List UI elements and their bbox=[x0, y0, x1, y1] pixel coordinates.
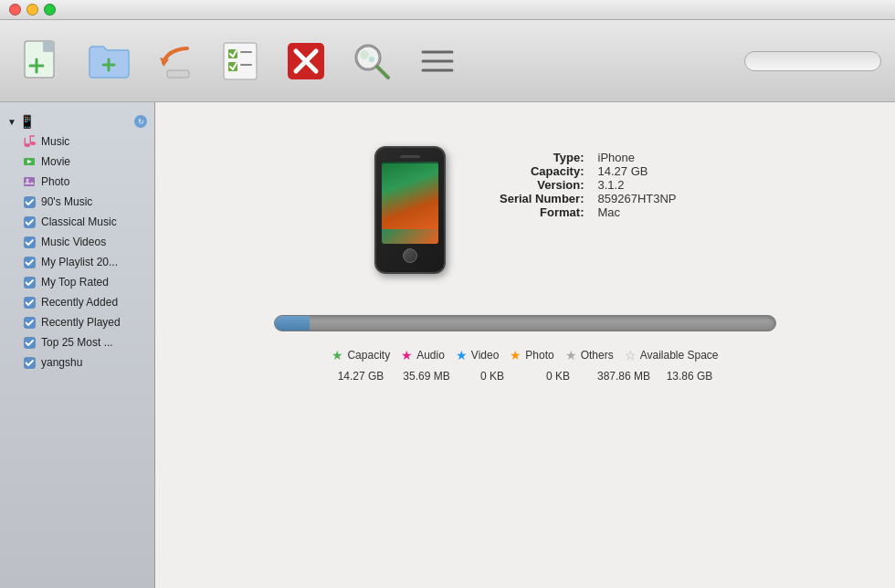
storage-value: 387.86 MB bbox=[596, 370, 651, 383]
legend-label: Video bbox=[471, 349, 499, 362]
add-file-button[interactable] bbox=[14, 32, 72, 90]
svg-rect-1 bbox=[43, 41, 54, 52]
svg-rect-31 bbox=[30, 136, 32, 144]
storage-values: 14.27 GB35.69 MB0 KB0 KB387.86 MB13.86 G… bbox=[274, 370, 776, 383]
sidebar-item[interactable]: 90's Music bbox=[0, 192, 154, 212]
detail-label: Type: bbox=[493, 151, 584, 164]
sidebar-item-icon bbox=[22, 275, 37, 289]
detail-label: Capacity: bbox=[493, 164, 584, 178]
window-controls[interactable] bbox=[9, 4, 56, 16]
sidebar: ▼ 📱 ↻ MusicMoviePhoto90's MusicClassical… bbox=[0, 102, 155, 588]
iphone-speaker bbox=[400, 155, 420, 158]
detail-value: iPhone bbox=[598, 151, 635, 164]
add-folder-button[interactable] bbox=[79, 32, 138, 90]
legend-item: ☆Available Space bbox=[625, 348, 719, 362]
sidebar-item[interactable]: yangshu bbox=[0, 352, 154, 373]
legend-label: Audio bbox=[416, 349, 445, 362]
sidebar-item-label: Top 25 Most ... bbox=[41, 336, 113, 349]
delete-button[interactable] bbox=[277, 32, 335, 90]
sidebar-item[interactable]: Classical Music bbox=[0, 212, 154, 232]
iphone-icon: 📱 bbox=[19, 114, 35, 129]
sidebar-item-icon bbox=[22, 235, 37, 249]
expand-arrow: ▼ bbox=[7, 117, 16, 127]
iphone-home-button bbox=[403, 248, 417, 263]
sidebar-item-icon bbox=[22, 355, 37, 370]
sidebar-item-icon bbox=[22, 134, 37, 149]
storage-value: 14.27 GB bbox=[333, 370, 388, 383]
storage-legend: ★Capacity★Audio★Video★Photo★Others☆Avail… bbox=[274, 348, 776, 362]
sidebar-item-icon bbox=[22, 335, 37, 350]
svg-rect-36 bbox=[24, 177, 35, 186]
storage-value: 0 KB bbox=[465, 370, 520, 383]
storage-value: 13.86 GB bbox=[662, 370, 717, 383]
list-view-button[interactable] bbox=[408, 32, 467, 90]
sidebar-item[interactable]: Top 25 Most ... bbox=[0, 332, 154, 352]
legend-star: ☆ bbox=[625, 348, 637, 362]
sidebar-item-label: yangshu bbox=[41, 356, 82, 369]
legend-item: ★Others bbox=[565, 348, 614, 362]
sidebar-item[interactable]: Recently Played bbox=[0, 312, 154, 332]
detail-label: Version: bbox=[493, 178, 584, 192]
svg-point-24 bbox=[369, 57, 374, 62]
legend-star: ★ bbox=[332, 348, 343, 362]
search-input[interactable] bbox=[744, 51, 881, 71]
transfer-button[interactable] bbox=[145, 32, 204, 90]
legend-star: ★ bbox=[565, 348, 577, 362]
storage-bar bbox=[274, 315, 776, 331]
sidebar-item-label: Recently Played bbox=[41, 316, 121, 329]
close-button[interactable] bbox=[9, 4, 21, 16]
maximize-button[interactable] bbox=[44, 4, 56, 16]
sidebar-item-label: Music bbox=[41, 135, 69, 148]
sidebar-item-label: Classical Music bbox=[41, 215, 117, 228]
sidebar-item-icon bbox=[22, 255, 37, 269]
detail-row: Type:iPhone bbox=[493, 151, 677, 164]
sidebar-item-icon bbox=[22, 315, 37, 330]
sidebar-item[interactable]: Movie bbox=[0, 152, 154, 172]
legend-item: ★Video bbox=[456, 348, 499, 362]
sidebar-item-icon bbox=[22, 295, 37, 310]
svg-rect-32 bbox=[25, 138, 26, 146]
sidebar-item-icon bbox=[22, 174, 37, 189]
sidebar-item[interactable]: Music bbox=[0, 131, 154, 152]
svg-marker-6 bbox=[160, 58, 169, 67]
legend-item: ★Capacity bbox=[332, 348, 390, 362]
sidebar-item-label: Music Videos bbox=[41, 236, 106, 248]
minimize-button[interactable] bbox=[26, 4, 38, 16]
sidebar-item-label: My Playlist 20... bbox=[41, 256, 118, 268]
detail-label: Serial Number: bbox=[493, 192, 584, 205]
sidebar-item[interactable]: Photo bbox=[0, 172, 154, 192]
detail-row: Version:3.1.2 bbox=[493, 178, 677, 192]
detail-row: Capacity:14.27 GB bbox=[493, 164, 677, 178]
detail-row: Serial Number:859267HT3NP bbox=[493, 192, 677, 205]
sync-icon: ↻ bbox=[134, 115, 147, 128]
sidebar-header bbox=[0, 102, 154, 111]
sidebar-device[interactable]: ▼ 📱 ↻ bbox=[0, 111, 154, 131]
legend-label: Available Space bbox=[640, 349, 719, 362]
detail-value: 859267HT3NP bbox=[598, 192, 677, 205]
sidebar-item[interactable]: Recently Added bbox=[0, 292, 154, 312]
legend-label: Photo bbox=[525, 349, 553, 362]
search-media-button[interactable] bbox=[342, 32, 401, 90]
svg-point-23 bbox=[360, 50, 369, 59]
legend-item: ★Audio bbox=[401, 348, 445, 362]
sidebar-item[interactable]: Music Videos bbox=[0, 232, 154, 252]
sidebar-item[interactable]: My Top Rated bbox=[0, 272, 154, 292]
detail-value: Mac bbox=[598, 205, 621, 219]
sidebar-item-label: Photo bbox=[41, 175, 69, 188]
title-bar bbox=[0, 0, 895, 20]
iphone-screen bbox=[382, 162, 438, 244]
sidebar-item[interactable]: My Playlist 20... bbox=[0, 252, 154, 272]
device-info-section: Type:iPhoneCapacity:14.27 GBVersion:3.1.… bbox=[374, 146, 677, 274]
storage-section: ★Capacity★Audio★Video★Photo★Others☆Avail… bbox=[274, 315, 776, 383]
sidebar-items-container: MusicMoviePhoto90's MusicClassical Music… bbox=[0, 131, 154, 373]
storage-bar-fill bbox=[275, 316, 310, 331]
detail-value: 14.27 GB bbox=[598, 164, 648, 178]
select-all-button[interactable] bbox=[211, 32, 269, 90]
legend-star: ★ bbox=[510, 348, 521, 362]
sidebar-item-icon bbox=[22, 215, 37, 229]
storage-value: 0 KB bbox=[531, 370, 585, 383]
detail-label: Format: bbox=[493, 205, 584, 219]
sidebar-item-label: My Top Rated bbox=[41, 276, 109, 289]
sidebar-item-icon bbox=[22, 194, 37, 209]
iphone-image bbox=[374, 146, 457, 274]
